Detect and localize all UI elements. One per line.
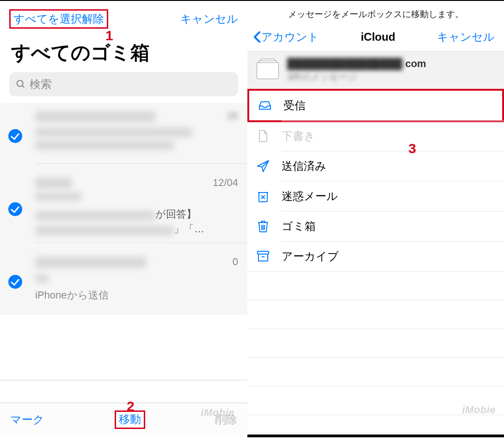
chevron-left-icon (253, 31, 261, 43)
mail-preview-fragment: が回答】 (155, 208, 197, 220)
svg-rect-8 (258, 251, 269, 254)
back-button[interactable]: アカウント (253, 30, 319, 44)
mailbox-label: 送信済み (282, 159, 326, 174)
document-icon (257, 130, 270, 143)
move-toast: メッセージをメールボックスに移動します。 (247, 1, 504, 25)
mail-item[interactable]: 0 iPhoneから送信 (0, 248, 247, 315)
mail-preview-fragment: 」「… (174, 223, 204, 235)
annotation-box-3: 受信 (247, 89, 504, 122)
watermark: iMobie (462, 404, 496, 416)
message-count: 3件のメッセージ (287, 72, 357, 82)
message-stack-icon (257, 62, 279, 79)
inbox-icon (258, 100, 271, 111)
archive-icon (257, 250, 270, 262)
mail-date: 0 (233, 256, 238, 268)
mailbox-archive[interactable]: アーカイブ (247, 242, 504, 271)
mailbox-label: アーカイブ (282, 249, 339, 264)
deselect-all-button[interactable]: すべてを選択解除 (13, 12, 104, 26)
page-title: すべてのゴミ箱 (0, 32, 247, 72)
svg-point-0 (17, 81, 23, 87)
empty-rows (247, 272, 504, 415)
mailbox-list: 受信 3 下書き 送信済み (247, 89, 504, 415)
account-email-suffix: com (405, 58, 426, 69)
mail-preview: iPhoneから送信 (35, 288, 240, 302)
trash-icon (257, 219, 270, 233)
mail-date: 25 (227, 110, 238, 122)
annotation-number-3: 3 (408, 141, 416, 156)
annotation-number-2: 2 (127, 398, 135, 414)
watermark: iMobie (201, 407, 234, 419)
mailbox-label: ゴミ箱 (282, 219, 316, 234)
mailbox-sent[interactable]: 送信済み (247, 151, 504, 181)
checkbox-checked-icon[interactable] (8, 202, 22, 216)
trash-edit-screen: すべてを選択解除 キャンセル 1 すべてのゴミ箱 検索 25 (0, 0, 247, 437)
search-input[interactable]: 検索 (9, 72, 238, 96)
nav-bar: アカウント iCloud キャンセル (247, 25, 504, 51)
move-to-mailbox-screen: メッセージをメールボックスに移動します。 アカウント iCloud キャンセル … (247, 0, 504, 437)
mailbox-trash[interactable]: ゴミ箱 (247, 211, 504, 241)
mailbox-label: 下書き (282, 129, 315, 143)
checkbox-checked-icon[interactable] (8, 129, 22, 143)
selected-messages-summary: ████████████████com 3件のメッセージ (247, 51, 504, 90)
mail-item[interactable]: 12/04 が回答】 」「… (0, 169, 247, 248)
cancel-button[interactable]: キャンセル (180, 12, 238, 26)
checkbox-checked-icon[interactable] (8, 275, 22, 289)
mail-date: 12/04 (213, 177, 238, 189)
mailbox-inbox[interactable]: 受信 (249, 91, 502, 120)
cancel-button[interactable]: キャンセル (437, 30, 495, 44)
junk-icon (257, 190, 270, 203)
paper-plane-icon (257, 160, 270, 173)
mail-list: 25 12/04 が回答】 」「… 0 (0, 103, 247, 315)
svg-line-1 (22, 86, 25, 88)
search-placeholder: 検索 (30, 77, 52, 92)
back-label: アカウント (261, 30, 319, 44)
mark-button[interactable]: マーク (10, 412, 44, 427)
mailbox-label: 迷惑メール (282, 189, 338, 204)
mail-item[interactable]: 25 (0, 103, 247, 169)
mailbox-junk[interactable]: 迷惑メール (247, 181, 504, 211)
nav-title: iCloud (361, 31, 395, 43)
annotation-number-1: 1 (105, 28, 113, 43)
mailbox-label: 受信 (283, 98, 306, 113)
mailbox-drafts[interactable]: 下書き (247, 121, 504, 151)
annotation-box-1: すべてを選択解除 (9, 9, 108, 29)
search-icon (16, 79, 26, 89)
